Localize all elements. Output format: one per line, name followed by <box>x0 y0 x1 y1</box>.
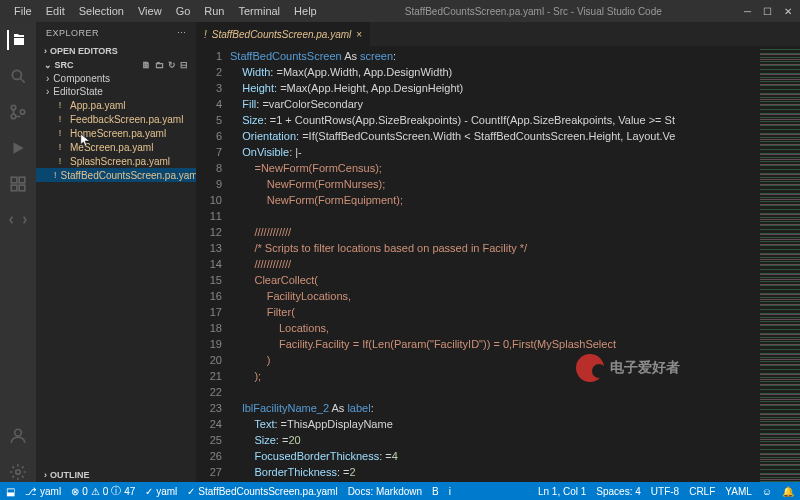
maximize-icon[interactable]: ☐ <box>763 6 772 17</box>
status-bar: ⬓ ⎇ yaml ⊗0 ⚠0 ⓘ47 ✓ yaml ✓ StaffBedCoun… <box>0 482 800 500</box>
explorer-icon[interactable] <box>7 30 27 50</box>
folder-root[interactable]: ⌄ SRC 🗎 🗀 ↻ ⊟ <box>36 58 196 72</box>
status-problems[interactable]: ⊗0 ⚠0 ⓘ47 <box>71 484 135 498</box>
menu-help[interactable]: Help <box>288 3 323 19</box>
refresh-icon[interactable]: ↻ <box>168 60 176 70</box>
tree-item[interactable]: !HomeScreen.pa.yaml <box>36 126 196 140</box>
menu-terminal[interactable]: Terminal <box>233 3 287 19</box>
line-numbers: 1234567891011121314151617181920212223242… <box>196 46 230 482</box>
file-icon: ! <box>204 29 207 40</box>
new-folder-icon[interactable]: 🗀 <box>155 60 164 70</box>
status-eol[interactable]: CRLF <box>689 486 715 497</box>
tree-item-label: SplashScreen.pa.yaml <box>70 156 170 167</box>
svg-rect-5 <box>19 177 25 183</box>
file-icon: ! <box>54 141 66 153</box>
menu-selection[interactable]: Selection <box>73 3 130 19</box>
svg-rect-7 <box>19 185 25 191</box>
title-bar: File Edit Selection View Go Run Terminal… <box>0 0 800 22</box>
menu-view[interactable]: View <box>132 3 168 19</box>
menu-edit[interactable]: Edit <box>40 3 71 19</box>
code-content[interactable]: StaffBedCountsScreen As screen: Width: =… <box>230 46 760 482</box>
status-branch[interactable]: ⎇ yaml <box>25 486 61 497</box>
tree-item-label: MeScreen.pa.yaml <box>70 142 153 153</box>
svg-point-2 <box>11 114 16 119</box>
tree-item[interactable]: !StaffBedCountsScreen.pa.yaml <box>36 168 196 182</box>
activity-bar <box>0 22 36 482</box>
tab-close-icon[interactable]: × <box>356 29 362 40</box>
chevron-right-icon: › <box>44 470 47 480</box>
svg-rect-6 <box>11 185 17 191</box>
file-icon: ! <box>54 127 66 139</box>
menu-bar: File Edit Selection View Go Run Terminal… <box>8 3 323 19</box>
outline-section[interactable]: › OUTLINE <box>36 468 196 482</box>
tree-item[interactable]: › Components <box>36 72 196 85</box>
tree-item[interactable]: › EditorState <box>36 85 196 98</box>
file-tree: › Components› EditorState!App.pa.yaml!Fe… <box>36 72 196 468</box>
tree-item-label: StaffBedCountsScreen.pa.yaml <box>61 170 196 181</box>
file-icon: ! <box>54 99 66 111</box>
svg-rect-4 <box>11 177 17 183</box>
status-docs[interactable]: Docs: Markdown <box>348 486 422 497</box>
window-controls: ─ ☐ ✕ <box>744 6 792 17</box>
explorer-label: EXPLORER <box>46 28 99 38</box>
search-icon[interactable] <box>8 66 28 86</box>
code-area[interactable]: 1234567891011121314151617181920212223242… <box>196 46 800 482</box>
status-i[interactable]: i <box>449 486 451 497</box>
menu-go[interactable]: Go <box>170 3 197 19</box>
account-icon[interactable] <box>8 426 28 446</box>
svg-point-1 <box>11 105 16 110</box>
open-editors-section[interactable]: › OPEN EDITORS <box>36 44 196 58</box>
outline-label: OUTLINE <box>50 470 90 480</box>
close-icon[interactable]: ✕ <box>784 6 792 17</box>
file-icon: ! <box>54 169 57 181</box>
status-language[interactable]: YAML <box>725 486 752 497</box>
file-icon: ! <box>54 113 66 125</box>
minimize-icon[interactable]: ─ <box>744 6 751 17</box>
svg-point-9 <box>16 470 21 475</box>
window-title: StaffBedCountsScreen.pa.yaml - Src - Vis… <box>323 6 744 17</box>
sidebar-header: EXPLORER ⋯ <box>36 22 196 44</box>
status-yaml-check[interactable]: ✓ yaml <box>145 486 177 497</box>
new-file-icon[interactable]: 🗎 <box>142 60 151 70</box>
menu-file[interactable]: File <box>8 3 38 19</box>
open-editors-label: OPEN EDITORS <box>50 46 118 56</box>
more-icon[interactable]: ⋯ <box>177 28 187 38</box>
file-icon: ! <box>54 155 66 167</box>
tree-item-label: EditorState <box>53 86 102 97</box>
editor: ! StaffBedCountsScreen.pa.yaml × 1234567… <box>196 22 800 482</box>
tree-item[interactable]: !App.pa.yaml <box>36 98 196 112</box>
remote-icon[interactable] <box>8 210 28 230</box>
tab-label: StaffBedCountsScreen.pa.yaml <box>212 29 352 40</box>
status-encoding[interactable]: UTF-8 <box>651 486 679 497</box>
chevron-right-icon: › <box>44 46 47 56</box>
menu-run[interactable]: Run <box>198 3 230 19</box>
tree-item[interactable]: !MeScreen.pa.yaml <box>36 140 196 154</box>
status-file[interactable]: ✓ StaffBedCountsScreen.pa.yaml <box>187 486 337 497</box>
source-control-icon[interactable] <box>8 102 28 122</box>
settings-icon[interactable] <box>8 462 28 482</box>
tree-item-label: Components <box>53 73 110 84</box>
status-bell-icon[interactable]: 🔔 <box>782 486 794 497</box>
root-label: SRC <box>55 60 74 70</box>
extensions-icon[interactable] <box>8 174 28 194</box>
status-remote[interactable]: ⬓ <box>6 486 15 497</box>
run-debug-icon[interactable] <box>8 138 28 158</box>
status-feedback-icon[interactable]: ☺ <box>762 486 772 497</box>
tree-item[interactable]: !SplashScreen.pa.yaml <box>36 154 196 168</box>
chevron-down-icon: ⌄ <box>44 60 52 70</box>
tab-active[interactable]: ! StaffBedCountsScreen.pa.yaml × <box>196 22 370 46</box>
collapse-icon[interactable]: ⊟ <box>180 60 188 70</box>
tree-item[interactable]: !FeedbackScreen.pa.yaml <box>36 112 196 126</box>
editor-tabs: ! StaffBedCountsScreen.pa.yaml × <box>196 22 800 46</box>
tree-item-label: FeedbackScreen.pa.yaml <box>70 114 183 125</box>
tree-item-label: HomeScreen.pa.yaml <box>70 128 166 139</box>
svg-point-3 <box>20 110 25 115</box>
sidebar: EXPLORER ⋯ › OPEN EDITORS ⌄ SRC 🗎 🗀 ↻ ⊟ … <box>36 22 196 482</box>
svg-point-0 <box>12 70 21 79</box>
status-cursor[interactable]: Ln 1, Col 1 <box>538 486 586 497</box>
status-spaces[interactable]: Spaces: 4 <box>596 486 640 497</box>
minimap[interactable] <box>760 46 800 482</box>
tree-item-label: App.pa.yaml <box>70 100 126 111</box>
svg-point-8 <box>15 429 22 436</box>
status-b[interactable]: B <box>432 486 439 497</box>
